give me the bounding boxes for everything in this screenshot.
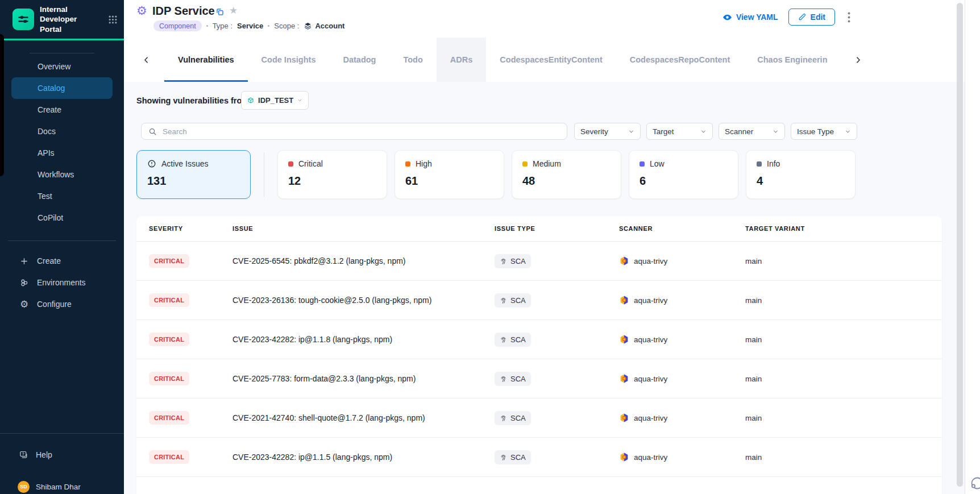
filter-issue-type[interactable]: Issue Type bbox=[791, 123, 857, 140]
sidebar-item-test[interactable]: Test bbox=[0, 185, 124, 207]
view-yaml-link[interactable]: View YAML bbox=[722, 13, 778, 22]
sidebar-item-catalog[interactable]: Catalog bbox=[11, 77, 113, 99]
summary-cards: Active Issues 131 Critical 12 High 61 Me… bbox=[136, 150, 856, 199]
search-input[interactable] bbox=[161, 127, 560, 136]
critical-dot bbox=[288, 161, 293, 167]
tabs-scroll-right-icon[interactable] bbox=[849, 56, 867, 64]
scanner-cell: aqua-trivy bbox=[619, 334, 745, 344]
entity-subtitle: Component Type : Service Scope : Account bbox=[153, 20, 344, 31]
scanner-cell: aqua-trivy bbox=[619, 452, 745, 462]
apps-grid-icon[interactable] bbox=[109, 15, 117, 24]
issue-type-label: SCA bbox=[510, 453, 526, 462]
copy-icon[interactable] bbox=[215, 7, 225, 16]
scanner-name: aqua-trivy bbox=[634, 296, 667, 305]
tab-adrs[interactable]: ADRs bbox=[437, 38, 486, 82]
sidebar-action-create[interactable]: Create bbox=[0, 250, 124, 272]
edit-button[interactable]: Edit bbox=[788, 9, 835, 26]
column-header-scanner: SCANNER bbox=[619, 225, 745, 232]
scanner-cell: aqua-trivy bbox=[619, 256, 745, 266]
card-value: 12 bbox=[288, 175, 376, 188]
info-card[interactable]: Info 4 bbox=[746, 150, 856, 199]
tab-codespaces-entity-content[interactable]: CodespacesEntityContent bbox=[486, 38, 616, 82]
issue-type-label: SCA bbox=[510, 335, 526, 344]
edit-label: Edit bbox=[811, 13, 825, 22]
filter-severity[interactable]: Severity bbox=[574, 123, 641, 140]
tab-vulnerabilities[interactable]: Vulnerabilities bbox=[164, 38, 248, 82]
target-variant: main bbox=[745, 453, 942, 462]
service-gear-icon: ⚙ bbox=[136, 4, 147, 18]
sidebar-item-apis[interactable]: APIs bbox=[0, 142, 124, 164]
issue-type-label: SCA bbox=[510, 296, 526, 305]
active-issues-card[interactable]: Active Issues 131 bbox=[136, 150, 251, 199]
kebab-menu-icon[interactable] bbox=[845, 12, 853, 23]
sidebar-item-copilot[interactable]: CoPilot bbox=[0, 207, 124, 229]
issue-type-chip: SCA bbox=[495, 411, 531, 425]
sidebar-action-environments[interactable]: Environments bbox=[0, 272, 124, 293]
table-row[interactable]: CRITICAL CVE-2023-42282: ip@1.1.5 (lang-… bbox=[136, 438, 942, 477]
project-selector[interactable]: IDP_TEST bbox=[241, 91, 309, 110]
scanner-cell: aqua-trivy bbox=[619, 295, 745, 305]
scanner-name: aqua-trivy bbox=[634, 375, 667, 383]
plus-icon bbox=[19, 257, 29, 265]
fingerprint-icon bbox=[500, 336, 507, 343]
scanner-name: aqua-trivy bbox=[634, 335, 667, 344]
sidebar-item-docs[interactable]: Docs bbox=[0, 121, 124, 142]
fingerprint-icon bbox=[500, 454, 507, 461]
sliders-icon bbox=[16, 13, 30, 26]
table-row[interactable]: CRITICAL CVE-2021-42740: shell-quote@1.7… bbox=[136, 398, 942, 438]
critical-card[interactable]: Critical 12 bbox=[277, 150, 387, 199]
issue-type-chip: SCA bbox=[495, 333, 531, 347]
filter-target[interactable]: Target bbox=[646, 123, 713, 140]
star-icon[interactable]: ★ bbox=[229, 5, 238, 16]
sidebar-user[interactable]: SD Shibam Dhar bbox=[0, 476, 124, 494]
issue-type-label: SCA bbox=[510, 414, 526, 422]
right-utility-rail bbox=[965, 0, 980, 494]
issue-text: CVE-2025-6545: pbkdf2@3.1.2 (lang-pkgs, … bbox=[232, 256, 495, 265]
card-value: 131 bbox=[147, 175, 240, 188]
portal-title: Internal Developer Portal bbox=[40, 5, 97, 35]
type-value: Service bbox=[237, 22, 263, 30]
column-header-severity: SEVERITY bbox=[149, 225, 232, 232]
scanner-cell: aqua-trivy bbox=[619, 413, 745, 423]
help-widget-icon[interactable] bbox=[969, 475, 980, 491]
alert-circle-icon bbox=[147, 159, 156, 168]
sidebar-item-overview[interactable]: Overview bbox=[0, 56, 124, 77]
card-label: Critical bbox=[298, 159, 323, 168]
low-card[interactable]: Low 6 bbox=[629, 150, 738, 199]
sidebar-item-create[interactable]: Create bbox=[0, 99, 124, 121]
dot-separator bbox=[206, 25, 208, 27]
tab-todo[interactable]: Todo bbox=[389, 38, 436, 82]
sidebar: Internal Developer Portal Overview Catal… bbox=[0, 0, 124, 494]
type-label: Type : bbox=[213, 22, 232, 30]
filter-scanner[interactable]: Scanner bbox=[719, 123, 785, 140]
sidebar-divider bbox=[8, 240, 116, 241]
high-card[interactable]: High 61 bbox=[395, 150, 504, 199]
issue-type-chip: SCA bbox=[495, 372, 531, 386]
card-value: 48 bbox=[522, 175, 611, 188]
tab-codespaces-repo-content[interactable]: CodespacesRepoContent bbox=[616, 38, 744, 82]
search-icon bbox=[148, 127, 157, 136]
table-row[interactable]: CRITICAL CVE-2025-7783: form-data@2.3.3 … bbox=[136, 359, 942, 398]
showing-vulnerabilities-label: Showing vulnerabilities from bbox=[136, 96, 249, 105]
severity-badge: CRITICAL bbox=[149, 333, 189, 346]
table-row[interactable]: CRITICAL CVE-2023-42282: ip@1.1.8 (lang-… bbox=[136, 320, 942, 359]
table-row[interactable]: CRITICAL CVE-2023-26136: tough-cookie@2.… bbox=[136, 281, 942, 320]
sidebar-action-configure[interactable]: ⚙ Configure bbox=[0, 293, 124, 315]
card-label: Active Issues bbox=[161, 159, 208, 168]
left-edge-notch bbox=[0, 34, 4, 176]
tab-code-insights[interactable]: Code Insights bbox=[248, 38, 330, 82]
help-label: Help bbox=[36, 450, 52, 459]
tabs-scroll-left-icon[interactable] bbox=[138, 56, 155, 64]
sidebar-help[interactable]: ? Help bbox=[0, 444, 124, 466]
card-label: High bbox=[416, 159, 432, 168]
sidebar-header: Internal Developer Portal bbox=[0, 0, 124, 38]
tab-chaos-engineering[interactable]: Chaos Engineerin bbox=[744, 38, 841, 82]
card-label: Info bbox=[767, 159, 780, 168]
sidebar-item-workflows[interactable]: Workflows bbox=[0, 164, 124, 185]
medium-card[interactable]: Medium 48 bbox=[512, 150, 621, 199]
vertical-scrollbar[interactable] bbox=[957, 3, 963, 487]
table-row[interactable]: CRITICAL CVE-2025-6545: pbkdf2@3.1.2 (la… bbox=[136, 242, 942, 281]
target-variant: main bbox=[745, 414, 942, 422]
issue-type-chip: SCA bbox=[495, 293, 531, 308]
tab-datadog[interactable]: Datadog bbox=[329, 38, 389, 82]
